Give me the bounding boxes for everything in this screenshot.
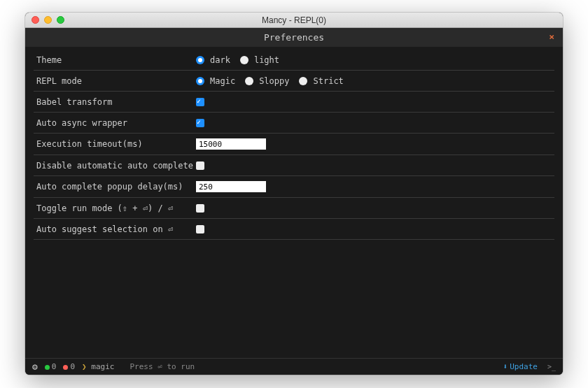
input-popup-delay[interactable] bbox=[196, 181, 266, 192]
row-toggle-run: Toggle run mode (⇧ + ⏎) / ⏎ bbox=[34, 198, 554, 219]
row-popup-delay: Auto complete popup delay(ms) bbox=[34, 176, 554, 198]
row-repl-mode: REPL mode Magic Sloppy Strict bbox=[34, 71, 554, 92]
app-window: Mancy - REPL(0) Preferences × Theme dark… bbox=[25, 13, 563, 375]
label-async-wrapper: Auto async wrapper bbox=[36, 118, 196, 128]
checkbox-async-wrapper[interactable] bbox=[196, 119, 204, 127]
gear-icon[interactable] bbox=[32, 361, 38, 372]
row-theme: Theme dark light bbox=[34, 50, 554, 71]
radio-theme-light[interactable] bbox=[240, 56, 248, 64]
status-hint: Press ⏎ to run bbox=[130, 362, 195, 371]
status-pass: 0 bbox=[45, 362, 57, 371]
preferences-body: Theme dark light REPL mode Magic Sloppy … bbox=[25, 47, 563, 358]
checkbox-babel[interactable] bbox=[196, 98, 204, 106]
preferences-title: Preferences bbox=[264, 32, 324, 43]
label-timeout: Execution timeout(ms) bbox=[36, 139, 196, 149]
status-mode: ❯ magic bbox=[82, 362, 114, 371]
input-timeout[interactable] bbox=[196, 138, 266, 150]
row-timeout: Execution timeout(ms) bbox=[34, 134, 554, 155]
radio-theme-dark[interactable] bbox=[196, 56, 204, 64]
row-babel: Babel transform bbox=[34, 92, 554, 113]
row-disable-autocomplete: Disable automatic auto complete bbox=[34, 155, 554, 176]
label-toggle-run: Toggle run mode (⇧ + ⏎) / ⏎ bbox=[36, 203, 196, 213]
label-disable-autocomplete: Disable automatic auto complete bbox=[36, 161, 196, 171]
tag-icon: ❯ bbox=[82, 362, 87, 371]
checkbox-toggle-run[interactable] bbox=[196, 204, 204, 213]
close-icon[interactable]: × bbox=[549, 31, 554, 42]
label-popup-delay: Auto complete popup delay(ms) bbox=[36, 182, 196, 192]
green-dot-icon bbox=[45, 365, 50, 370]
label-babel: Babel transform bbox=[36, 97, 196, 107]
option-label-sloppy: Sloppy bbox=[259, 76, 289, 86]
status-fail: 0 bbox=[63, 362, 75, 371]
label-auto-suggest: Auto suggest selection on ⏎ bbox=[36, 224, 196, 234]
window-title: Mancy - REPL(0) bbox=[25, 15, 563, 25]
label-repl-mode: REPL mode bbox=[36, 76, 196, 86]
option-label-light: light bbox=[254, 55, 279, 65]
checkbox-disable-autocomplete[interactable] bbox=[196, 161, 204, 170]
label-theme: Theme bbox=[36, 55, 196, 65]
radio-repl-sloppy[interactable] bbox=[245, 77, 253, 85]
terminal-icon[interactable] bbox=[542, 362, 556, 371]
row-async-wrapper: Auto async wrapper bbox=[34, 113, 554, 134]
option-label-strict: Strict bbox=[313, 76, 343, 86]
status-bar: 0 0 ❯ magic Press ⏎ to run Update bbox=[25, 358, 563, 375]
radio-repl-strict[interactable] bbox=[299, 77, 307, 85]
option-label-magic: Magic bbox=[210, 76, 235, 86]
update-link[interactable]: Update bbox=[503, 362, 538, 371]
radio-repl-magic[interactable] bbox=[196, 77, 204, 85]
row-auto-suggest: Auto suggest selection on ⏎ bbox=[34, 219, 554, 240]
preferences-header: Preferences × bbox=[25, 28, 563, 47]
option-label-dark: dark bbox=[210, 55, 230, 65]
red-dot-icon bbox=[63, 365, 68, 370]
download-icon bbox=[503, 362, 510, 371]
checkbox-auto-suggest[interactable] bbox=[196, 225, 204, 233]
titlebar: Mancy - REPL(0) bbox=[25, 13, 563, 28]
